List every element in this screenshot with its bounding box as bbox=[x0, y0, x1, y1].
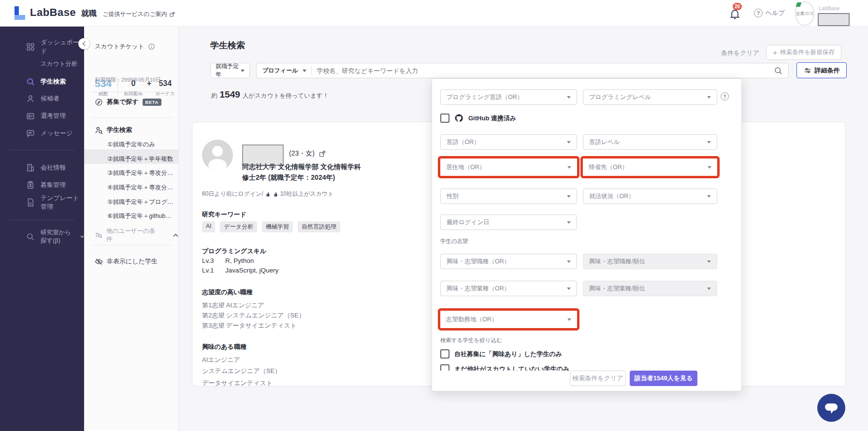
sidebar-item-label: スカウト分析 bbox=[41, 60, 77, 68]
chat-widget-button[interactable] bbox=[817, 394, 845, 422]
interested-only-checkbox[interactable] bbox=[440, 349, 449, 359]
id-card-icon bbox=[26, 112, 35, 120]
language-dropdown[interactable]: 言語（OR） bbox=[440, 134, 577, 150]
interest-industry-rank-dropdown[interactable]: 興味・志望業種/順位 bbox=[583, 281, 717, 296]
clear-search-conditions-button[interactable]: 検索条件をクリア bbox=[570, 371, 626, 386]
not-scouted-only-row: まだ他社がスカウトしていない学生のみ bbox=[440, 364, 569, 371]
advanced-conditions-button[interactable]: 詳細条件 bbox=[796, 62, 847, 78]
save-search-conditions-button[interactable]: + 検索条件を新規保存 bbox=[766, 45, 841, 60]
sidebar-item-selection-management[interactable]: 選考管理 bbox=[0, 107, 84, 125]
caret-down-icon bbox=[567, 195, 571, 198]
list-search-icon bbox=[95, 231, 102, 239]
sidebar-item-company-info[interactable]: 会社情報 bbox=[0, 159, 84, 176]
sidebar-item-label: ダッシュボード bbox=[41, 38, 84, 56]
panel-help-icon[interactable]: ? bbox=[721, 92, 729, 101]
main-sidebar: ダッシュボード スカウト分析 学生検索 候補者 選考管理 メッセージ 会社情報 … bbox=[0, 27, 84, 431]
search-sidebar: スカウトチケット 534 残数 0 初回配布 + 534 ボーナス 利用期限：2… bbox=[84, 27, 179, 431]
sidebar-item-candidates[interactable]: 候補者 bbox=[0, 90, 84, 107]
desired-job-3: 第3志望 データサイエンティスト bbox=[202, 321, 297, 330]
sidebar-item-label: 研究室から探す(β) bbox=[41, 229, 74, 245]
dropdown-label: 言語（OR） bbox=[447, 138, 480, 146]
person-icon bbox=[26, 94, 35, 103]
hometown-dropdown-highlighted[interactable]: 帰省先（OR） bbox=[580, 156, 720, 178]
other-users-label: 他のユーザーの条件 bbox=[106, 227, 160, 244]
interest-job-dropdown[interactable]: 興味・志望職種（OR） bbox=[440, 254, 577, 269]
dropdown-label: 興味・志望職種（OR） bbox=[447, 258, 510, 266]
help-button[interactable]: ? ヘルプ bbox=[754, 9, 785, 17]
keyword-tag: データ分析 bbox=[220, 221, 257, 232]
interested-only-label: 自社募集に「興味あり」した学生のみ bbox=[454, 350, 562, 359]
saved-search-header[interactable]: 学生検索 bbox=[95, 126, 132, 134]
flame-icon bbox=[265, 191, 271, 198]
flame-icon bbox=[273, 191, 279, 198]
not-scouted-only-label: まだ他社がスカウトしていない学生のみ bbox=[454, 365, 569, 371]
language-level-dropdown[interactable]: 言語レベル bbox=[583, 134, 717, 150]
saved-search-item-2[interactable]: ②就職予定年＋学年複数 bbox=[107, 155, 173, 163]
clear-conditions-link[interactable]: 条件をクリア bbox=[721, 49, 759, 57]
brand-name: LabBase bbox=[30, 6, 76, 19]
service-guide-label: ご提供サービスのご案内 bbox=[102, 10, 167, 18]
employment-year-dropdown[interactable]: 就職予定年 bbox=[210, 63, 250, 78]
skill-languages: R, Python bbox=[225, 257, 254, 264]
sidebar-item-template-management[interactable]: テンプレート管理 bbox=[0, 194, 84, 211]
caret-down-icon bbox=[567, 141, 571, 144]
keyword-tag: AI bbox=[202, 221, 215, 232]
caret-down-icon bbox=[707, 96, 711, 99]
sidebar-item-recruitment-management[interactable]: 募集管理 bbox=[0, 176, 84, 194]
profile-filter-label[interactable]: プロフィール bbox=[262, 67, 298, 75]
sidebar-item-dashboard[interactable]: ダッシュボード bbox=[0, 38, 84, 56]
dropdown-label: 就活状況（OR） bbox=[589, 192, 635, 201]
view-matching-students-button[interactable]: 該当者1549人を見る bbox=[630, 371, 697, 386]
browse-by-recruitment[interactable]: 募集で探す BETA bbox=[95, 98, 161, 106]
saved-search-item-6[interactable]: ⑥就職予定年＋github… bbox=[107, 212, 172, 220]
not-scouted-only-checkbox[interactable] bbox=[440, 364, 449, 371]
other-users-conditions[interactable]: 他のユーザーの条件 bbox=[95, 227, 178, 244]
residence-dropdown-highlighted[interactable]: 居住地（OR） bbox=[438, 156, 579, 178]
gender-dropdown[interactable]: 性別 bbox=[440, 188, 577, 204]
interest-job-rank-dropdown[interactable]: 興味・志望職種/順位 bbox=[583, 254, 717, 269]
job-hunting-status-dropdown[interactable]: 就活状況（OR） bbox=[583, 188, 717, 204]
dropdown-label: 興味・志望業種/順位 bbox=[589, 285, 645, 293]
interest-industry-dropdown[interactable]: 興味・志望業種（OR） bbox=[440, 281, 577, 296]
caret-down-icon bbox=[567, 96, 571, 99]
external-link-icon[interactable] bbox=[318, 150, 326, 158]
sidebar-divider bbox=[10, 220, 74, 220]
clipboard-person-icon bbox=[26, 181, 35, 189]
service-guide-link[interactable]: ご提供サービスのご案内 bbox=[102, 10, 175, 18]
search-bar: プロフィール bbox=[256, 63, 789, 78]
programming-level-dropdown[interactable]: プログラミングレベル bbox=[583, 89, 717, 105]
sidebar-item-student-search[interactable]: 学生検索 bbox=[0, 73, 84, 90]
sidebar-item-messages[interactable]: メッセージ bbox=[0, 125, 84, 142]
search-icon[interactable] bbox=[774, 66, 782, 75]
github-linked-checkbox[interactable] bbox=[440, 114, 449, 123]
dropdown-label: 居住地（OR） bbox=[446, 163, 485, 172]
dropdown-label: 性別 bbox=[447, 192, 459, 201]
keyword-tag: 自然言語処理 bbox=[298, 221, 340, 232]
dashboard-icon bbox=[26, 43, 35, 51]
saved-search-item-5[interactable]: ⑤就職予定年＋プログ… bbox=[107, 198, 174, 206]
results-suffix: 人がスカウトを待っています！ bbox=[243, 92, 329, 100]
saved-search-item-1[interactable]: ①就職予定年のみ bbox=[107, 141, 155, 149]
sidebar-item-label: 会社情報 bbox=[41, 163, 66, 172]
programming-language-dropdown[interactable]: プログラミング言語（OR） bbox=[440, 89, 577, 105]
sidebar-item-label: 候補者 bbox=[41, 94, 59, 103]
keyword-search-input[interactable] bbox=[317, 67, 769, 74]
dropdown-label: 言語レベル bbox=[589, 138, 620, 146]
sidebar-item-label: テンプレート管理 bbox=[41, 194, 84, 211]
sliders-icon bbox=[804, 67, 811, 74]
chevron-up-icon bbox=[173, 233, 178, 237]
last-login-dropdown[interactable]: 最終ログイン日 bbox=[440, 215, 577, 230]
desired-location-dropdown-highlighted[interactable]: 志望勤務地（OR） bbox=[438, 308, 579, 330]
search-icon bbox=[26, 232, 35, 241]
saved-search-item-3[interactable]: ③就職予定年＋専攻分… bbox=[107, 169, 173, 177]
account-name-redacted bbox=[818, 13, 850, 26]
dropdown-label: 興味・志望職種/順位 bbox=[589, 258, 645, 266]
saved-search-item-4[interactable]: ④就職予定年＋専攻分… bbox=[107, 184, 173, 192]
student-school: 同志社大学 文化情報学部 文化情報学科 bbox=[242, 163, 361, 172]
hidden-students[interactable]: 非表示にした学生 bbox=[95, 257, 158, 266]
page-title: 学生検索 bbox=[210, 40, 245, 51]
sidebar-collapse-button[interactable] bbox=[78, 38, 89, 49]
sidebar-item-search-by-lab[interactable]: 研究室から探す(β) bbox=[0, 228, 84, 245]
sidebar-item-scout-analytics[interactable]: スカウト分析 bbox=[0, 55, 84, 72]
info-icon[interactable] bbox=[148, 43, 155, 50]
